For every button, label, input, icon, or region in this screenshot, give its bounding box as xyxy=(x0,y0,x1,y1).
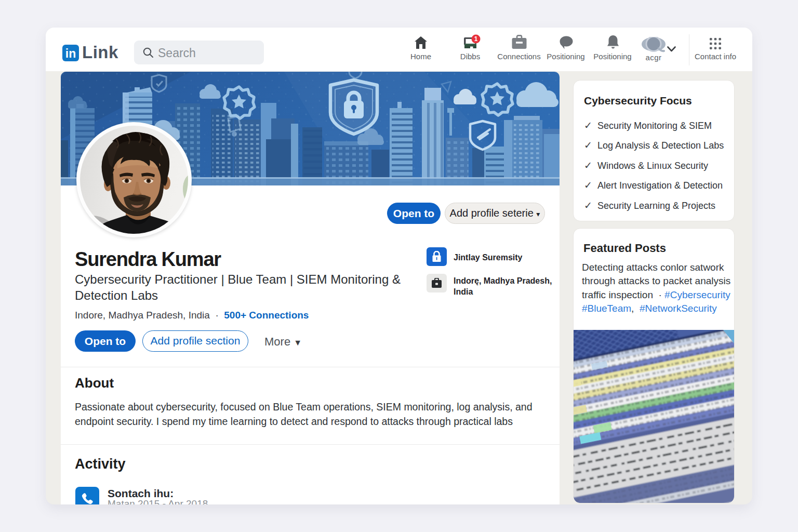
svg-text:1: 1 xyxy=(474,35,478,43)
